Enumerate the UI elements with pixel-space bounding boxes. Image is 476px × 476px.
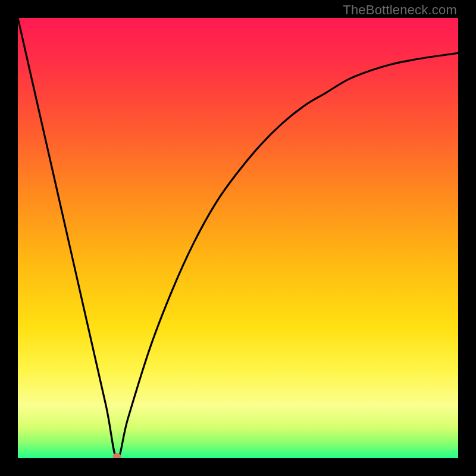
watermark-text: TheBottleneck.com (343, 2, 457, 18)
chart-frame: TheBottleneck.com (0, 0, 476, 476)
bottleneck-curve (18, 18, 458, 458)
plot-area (18, 18, 458, 458)
